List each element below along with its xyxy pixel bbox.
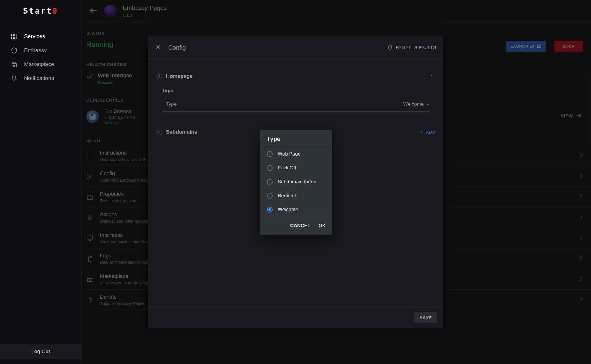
logout-button[interactable]: Log Out <box>0 344 81 359</box>
type-dialog-title: Type <box>267 135 325 143</box>
radio-icon[interactable] <box>267 165 273 171</box>
logo-text: Start <box>23 6 52 15</box>
radio-icon[interactable] <box>267 193 273 199</box>
alert-backdrop[interactable] <box>82 0 591 364</box>
shield-icon <box>10 47 18 54</box>
radio-icon[interactable] <box>267 207 273 213</box>
radio-option-web-page[interactable]: Web Page <box>260 147 332 161</box>
type-dialog-actions: CANCEL OK <box>260 217 332 235</box>
sidebar-item-label: Embassy <box>24 47 47 54</box>
radio-option-subdomain-index[interactable]: Subdomain Index <box>260 175 332 189</box>
grid-icon <box>10 33 18 40</box>
radio-option-label: Subdomain Index <box>278 179 316 185</box>
radio-option-label: Welcome <box>278 207 298 213</box>
type-dialog-header: Type <box>260 130 332 147</box>
bell-icon <box>10 75 18 82</box>
radio-icon[interactable] <box>267 179 273 185</box>
sidebar-item-label: Services <box>24 33 45 40</box>
start9-logo: Start9 <box>0 6 81 15</box>
storefront-icon <box>10 61 18 68</box>
sidebar-item-label: Notifications <box>24 75 54 81</box>
sidebar-item-marketplace[interactable]: Marketplace <box>0 57 81 71</box>
radio-option-label: Fuck Off <box>278 165 296 171</box>
radio-option-fuck-off[interactable]: Fuck Off <box>260 161 332 175</box>
radio-icon[interactable] <box>267 151 273 157</box>
sidebar-nav: Services Embassy Marketplace Notificatio… <box>0 30 81 85</box>
radio-option-label: Web Page <box>278 151 301 157</box>
type-dialog: Type Web Page Fuck Off Subdomain Index R… <box>260 130 332 235</box>
radio-option-label: Redirect <box>278 193 296 199</box>
sidebar: Start9 Services Embassy Marketplace Noti… <box>0 0 82 364</box>
sidebar-item-notifications[interactable]: Notifications <box>0 71 81 85</box>
type-options-list: Web Page Fuck Off Subdomain Index Redire… <box>260 147 332 217</box>
radio-option-redirect[interactable]: Redirect <box>260 189 332 203</box>
sidebar-item-services[interactable]: Services <box>0 30 81 43</box>
logo-accent: 9 <box>52 6 58 15</box>
cancel-button[interactable]: CANCEL <box>290 223 310 228</box>
radio-option-welcome[interactable]: Welcome <box>260 203 332 217</box>
sidebar-item-embassy[interactable]: Embassy <box>0 43 81 57</box>
ok-button[interactable]: OK <box>319 223 326 228</box>
sidebar-item-label: Marketplace <box>24 61 54 67</box>
